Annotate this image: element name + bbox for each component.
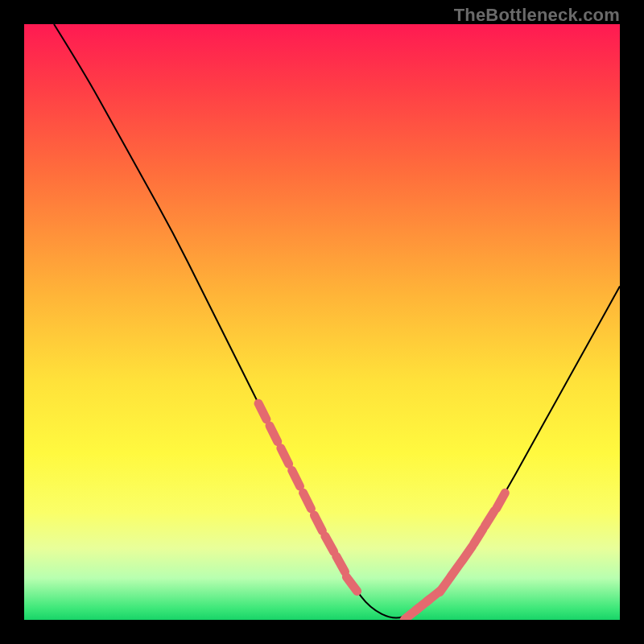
curve-marker — [281, 448, 289, 464]
curve-marker — [346, 577, 357, 592]
curve-marker — [497, 493, 506, 508]
curve-marker — [258, 403, 266, 419]
curve-marker — [462, 547, 473, 561]
curve-marker — [485, 511, 494, 526]
curve-marker — [473, 529, 483, 544]
curve-marker — [270, 426, 278, 442]
chart-svg — [24, 24, 620, 620]
outer-frame: TheBottleneck.com — [0, 0, 644, 644]
plot-area — [24, 24, 620, 620]
marker-layer — [258, 403, 505, 619]
watermark-text: TheBottleneck.com — [454, 5, 620, 26]
bottleneck-curve — [54, 24, 620, 618]
curve-marker — [336, 556, 345, 572]
curve-marker — [292, 470, 300, 486]
curve-marker — [314, 515, 322, 531]
curve-marker — [303, 493, 312, 509]
curve-marker — [325, 536, 334, 551]
curve-layer — [54, 24, 620, 618]
